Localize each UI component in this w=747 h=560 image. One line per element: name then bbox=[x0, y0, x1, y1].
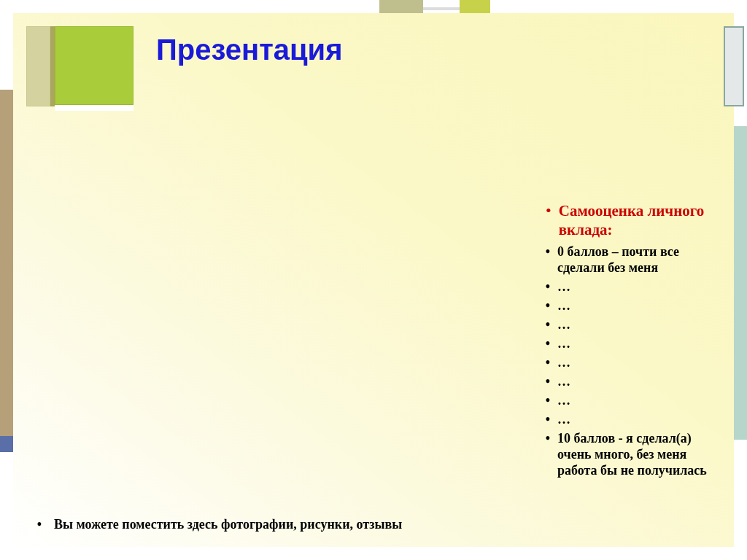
slide-title: Презентация bbox=[156, 34, 343, 66]
list-item-text: … bbox=[557, 354, 724, 370]
list-item: •… bbox=[538, 373, 724, 389]
bullet-icon: • bbox=[538, 411, 557, 427]
bullet-icon: • bbox=[538, 298, 557, 314]
self-assessment-heading: • Самооценка личного вклада: bbox=[538, 201, 724, 239]
list-item: •… bbox=[538, 392, 724, 408]
list-item: •… bbox=[538, 335, 724, 351]
bullet-icon: • bbox=[538, 354, 557, 370]
list-item: •… bbox=[538, 316, 724, 332]
list-item-text: … bbox=[557, 335, 724, 351]
bullet-icon: • bbox=[25, 517, 54, 532]
list-item-text: … bbox=[557, 279, 724, 295]
deco-green-square bbox=[55, 26, 133, 105]
frame-left-bottom bbox=[0, 452, 13, 560]
list-item-text: 0 баллов – почти все сделали без меня bbox=[557, 244, 724, 276]
bullet-icon: • bbox=[538, 392, 557, 408]
slide-canvas: Презентация • Самооценка личного вклада:… bbox=[13, 13, 734, 547]
list-item: •… bbox=[538, 411, 724, 427]
bullet-icon: • bbox=[538, 201, 559, 220]
deco-white-strip bbox=[55, 105, 133, 111]
frame-top-left bbox=[0, 0, 379, 13]
bullet-icon: • bbox=[538, 279, 557, 295]
frame-left-blue bbox=[0, 436, 13, 452]
deco-left-olive bbox=[26, 26, 50, 106]
list-item: •10 баллов - я сделал(а) очень много, бе… bbox=[538, 430, 724, 478]
bullet-icon: • bbox=[538, 430, 557, 446]
bullet-icon: • bbox=[538, 316, 557, 332]
self-assessment-list: •0 баллов – почти все сделали без меня•…… bbox=[538, 244, 724, 478]
bullet-icon: • bbox=[538, 335, 557, 351]
list-item-text: … bbox=[557, 373, 724, 389]
list-item-text: … bbox=[557, 411, 724, 427]
footer-note-text: Вы можете поместить здесь фотографии, ри… bbox=[54, 517, 402, 532]
list-item: •… bbox=[538, 279, 724, 295]
list-item-text: … bbox=[557, 316, 724, 332]
frame-left-top bbox=[0, 13, 13, 90]
frame-bottom bbox=[13, 547, 734, 560]
list-item-text: … bbox=[557, 392, 724, 408]
list-item-text: … bbox=[557, 298, 724, 314]
list-item-text: 10 баллов - я сделал(а) очень много, без… bbox=[557, 430, 724, 478]
bullet-icon: • bbox=[538, 373, 557, 389]
list-item: •… bbox=[538, 354, 724, 370]
footer-note: • Вы можете поместить здесь фотографии, … bbox=[25, 517, 402, 532]
frame-top-right bbox=[490, 0, 731, 13]
deco-top-right-box bbox=[724, 26, 744, 106]
self-assessment-block: • Самооценка личного вклада: •0 баллов –… bbox=[538, 201, 724, 481]
frame-top-olive bbox=[379, 0, 423, 13]
list-item: •0 баллов – почти все сделали без меня bbox=[538, 244, 724, 276]
frame-left-brown bbox=[0, 90, 13, 436]
list-item: •… bbox=[538, 298, 724, 314]
self-assessment-heading-text: Самооценка личного вклада: bbox=[559, 201, 724, 239]
bullet-icon: • bbox=[538, 244, 557, 260]
